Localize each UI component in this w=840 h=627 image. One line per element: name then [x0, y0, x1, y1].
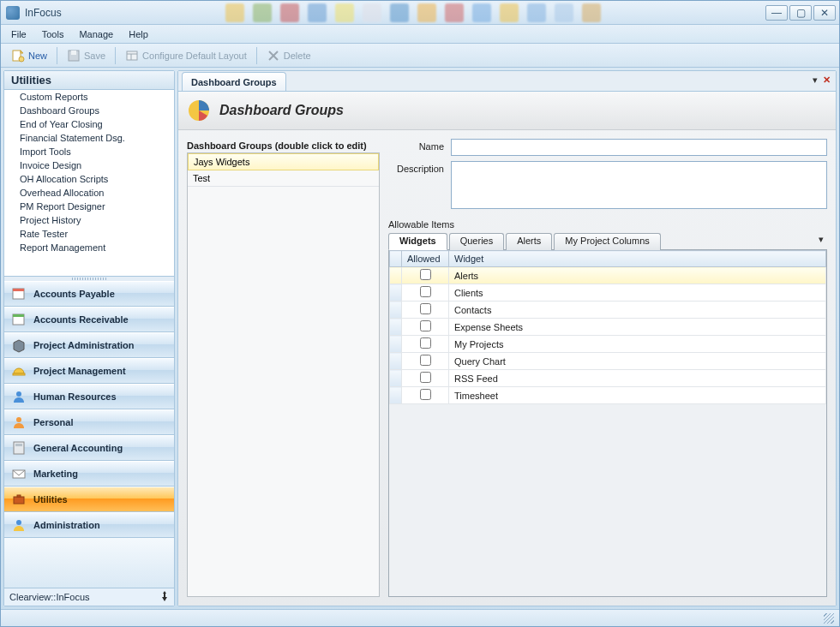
grid-row[interactable]: My Projects [390, 336, 826, 353]
footer-text: Clearview::InFocus [9, 592, 90, 602]
row-header [390, 267, 402, 284]
sidebar-item[interactable]: Custom Reports [4, 90, 174, 104]
widgets-grid: Allowed Widget AlertsClientsContactsExpe… [388, 250, 827, 597]
group-row[interactable]: Test [188, 170, 379, 187]
sidebar-header: Utilities [4, 71, 174, 90]
name-input[interactable] [451, 139, 827, 156]
nav-utilities[interactable]: Utilities [4, 487, 174, 512]
allowed-checkbox[interactable] [420, 269, 431, 280]
content: Dashboard Groups (double click to edit) … [178, 130, 836, 606]
allowed-checkbox[interactable] [420, 303, 431, 314]
row-header [390, 302, 402, 319]
grid-row[interactable]: Clients [390, 284, 826, 302]
sidebar-item[interactable]: Dashboard Groups [4, 104, 174, 117]
nav-project-management[interactable]: Project Management [4, 358, 174, 384]
nav-human-resources[interactable]: Human Resources [4, 384, 174, 409]
widget-name: My Projects [449, 336, 826, 353]
group-list[interactable]: Jays Widgets Test [187, 152, 380, 597]
delete-button[interactable]: Delete [260, 46, 318, 65]
nav-label: Administration [33, 520, 100, 530]
nav-marketing[interactable]: Marketing [4, 461, 174, 487]
allowable-label: Allowable Items [388, 218, 827, 231]
grid-row[interactable]: Query Chart [390, 353, 826, 370]
tab-widgets[interactable]: Widgets [388, 233, 447, 250]
svg-marker-13 [14, 340, 24, 352]
nav-label: Human Resources [33, 391, 117, 402]
admin-icon [11, 517, 27, 533]
title-bar: InFocus ― ▢ ✕ [1, 1, 839, 25]
grid-row[interactable]: RSS Feed [390, 370, 826, 387]
tab-my-project-columns[interactable]: My Project Columns [554, 233, 660, 250]
minimize-button[interactable]: ― [765, 5, 788, 21]
menu-tools[interactable]: Tools [35, 27, 71, 41]
tab-dropdown-icon[interactable]: ▾ [813, 75, 818, 86]
menu-bar: File Tools Manage Help [1, 25, 839, 44]
svg-point-15 [16, 391, 21, 397]
group-row[interactable]: Jays Widgets [188, 153, 379, 170]
sidebar-item[interactable]: Report Management [4, 241, 174, 254]
new-button[interactable]: New [4, 46, 54, 65]
allowed-checkbox[interactable] [420, 389, 431, 400]
configure-label: Configure Default Layout [142, 51, 247, 61]
sidebar-item[interactable]: Rate Tester [4, 227, 174, 241]
resize-grip[interactable] [824, 613, 834, 624]
group-list-label: Dashboard Groups (double click to edit) [187, 139, 380, 152]
sidebar-tree[interactable]: Custom Reports Dashboard Groups End of Y… [4, 90, 174, 276]
col-allowed[interactable]: Allowed [402, 251, 449, 267]
nav-accounts-receivable[interactable]: Accounts Receivable [4, 307, 174, 332]
sidebar-item[interactable]: PM Report Designer [4, 200, 174, 213]
allowed-checkbox[interactable] [420, 355, 431, 366]
menu-manage[interactable]: Manage [72, 27, 120, 41]
nav-general-accounting[interactable]: General Accounting [4, 435, 174, 461]
nav-administration[interactable]: Administration [4, 512, 174, 538]
toolbar: New Save Configure Default Layout Delete [1, 44, 839, 68]
svg-point-16 [16, 417, 21, 422]
tabs-overflow-icon[interactable]: ▾ [819, 234, 824, 245]
sidebar-item[interactable]: Invoice Design [4, 158, 174, 172]
maximize-button[interactable]: ▢ [789, 5, 812, 21]
allowed-checkbox[interactable] [420, 320, 431, 331]
widget-name: Query Chart [449, 353, 826, 370]
sidebar-item[interactable]: OH Allocation Scripts [4, 172, 174, 186]
allowed-checkbox[interactable] [420, 337, 431, 349]
allowed-checkbox[interactable] [420, 286, 431, 297]
configure-layout-button[interactable]: Configure Default Layout [118, 46, 254, 65]
tab-queries[interactable]: Queries [449, 233, 505, 250]
sidebar-item[interactable]: End of Year Closing [4, 117, 174, 131]
nav-accounts-payable[interactable]: Accounts Payable [4, 281, 174, 307]
svg-rect-21 [17, 495, 21, 497]
nav-project-administration[interactable]: Project Administration [4, 332, 174, 358]
menu-file[interactable]: File [4, 27, 33, 41]
allowed-checkbox[interactable] [420, 372, 431, 383]
delete-icon [267, 49, 280, 63]
svg-rect-10 [13, 289, 24, 291]
widget-name: Contacts [449, 302, 826, 319]
sidebar-item[interactable]: Overhead Allocation [4, 186, 174, 200]
tab-dashboard-groups[interactable]: Dashboard Groups [182, 72, 286, 91]
menu-help[interactable]: Help [122, 27, 155, 41]
sidebar-footer: Clearview::InFocus [4, 588, 174, 606]
grid-row[interactable]: Timesheet [390, 387, 826, 404]
col-widget[interactable]: Widget [449, 251, 826, 267]
save-button[interactable]: Save [60, 46, 112, 65]
row-header [390, 370, 402, 387]
main-area: Dashboard Groups ▾ ✕ Dashboard Groups Da… [177, 70, 837, 606]
pin-icon[interactable] [160, 591, 169, 603]
grid-row[interactable]: Expense Sheets [390, 319, 826, 336]
description-input[interactable] [451, 161, 827, 209]
nav-personal[interactable]: Personal [4, 409, 174, 435]
nav-label: General Accounting [33, 443, 123, 453]
row-header [390, 336, 402, 353]
sidebar-item[interactable]: Import Tools [4, 145, 174, 158]
allowable-items: Allowable Items Widgets Queries Alerts M… [388, 218, 827, 597]
close-window-button[interactable]: ✕ [813, 5, 836, 21]
grid-row[interactable]: Alerts [390, 267, 826, 284]
tab-alerts[interactable]: Alerts [506, 233, 552, 250]
tab-close-icon[interactable]: ✕ [823, 75, 831, 86]
grid-row[interactable]: Contacts [390, 302, 826, 319]
sidebar-item[interactable]: Financial Statement Dsg. [4, 131, 174, 145]
widget-name: Clients [449, 284, 826, 302]
svg-rect-14 [13, 373, 25, 375]
sidebar-item[interactable]: Project History [4, 213, 174, 227]
app-window: InFocus ― ▢ ✕ File Tools Manage Help [0, 0, 840, 627]
